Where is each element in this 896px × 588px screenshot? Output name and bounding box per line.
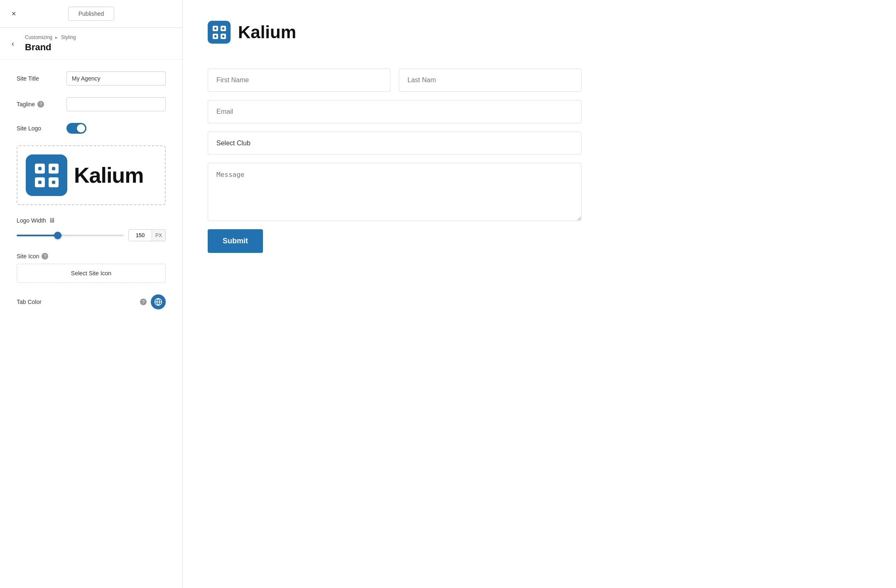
site-header-icon — [212, 25, 227, 40]
site-title-row: Site Title — [17, 71, 166, 86]
site-icon-help-icon[interactable]: ? — [42, 253, 48, 260]
breadcrumb-separator: ▸ — [55, 34, 58, 40]
logo-width-input[interactable] — [129, 230, 152, 241]
select-site-icon-button[interactable]: Select Site Icon — [17, 264, 166, 283]
toggle-slider — [66, 123, 86, 134]
site-title-label: Site Title — [17, 75, 66, 82]
last-name-input[interactable] — [399, 69, 582, 92]
slider-row: PX — [17, 229, 166, 241]
form-club-row: Select Club — [208, 132, 582, 154]
breadcrumb-child[interactable]: Styling — [61, 34, 76, 40]
panel-content: Site Title Tagline ? Site Logo — [0, 60, 182, 588]
site-title-display: Kalium — [238, 22, 296, 42]
published-button[interactable]: Published — [68, 7, 115, 21]
site-title-input[interactable] — [66, 71, 166, 86]
px-input-wrap: PX — [128, 229, 166, 241]
site-logo-row: Site Logo — [17, 123, 166, 134]
page-title: Brand — [25, 42, 166, 53]
email-input[interactable] — [208, 100, 582, 123]
logo-width-label: Logo Width 🖥 — [17, 217, 55, 224]
svg-rect-6 — [38, 181, 42, 184]
left-panel: × Published ‹ Customizing ▸ Styling Bran… — [0, 0, 183, 588]
form-email-row — [208, 100, 582, 123]
top-bar: × Published — [0, 0, 182, 28]
site-header: Kalium — [208, 21, 871, 44]
tagline-row: Tagline ? — [17, 97, 166, 111]
tab-color-row: Tab Color ? — [17, 294, 166, 309]
logo-preview-box: Kalium — [17, 145, 166, 205]
tab-color-globe-button[interactable] — [151, 294, 166, 309]
club-select[interactable]: Select Club — [208, 132, 582, 154]
svg-rect-14 — [214, 27, 216, 29]
back-button[interactable]: ‹ — [8, 38, 17, 50]
svg-rect-17 — [222, 35, 224, 37]
monitor-icon: 🖥 — [49, 217, 55, 224]
site-logo-toggle[interactable] — [66, 123, 86, 134]
site-icon-row: Site Icon ? Select Site Icon — [17, 253, 166, 283]
logo-icon-box — [26, 154, 67, 196]
breadcrumb-parent[interactable]: Customizing — [25, 34, 52, 40]
kalium-icon-svg — [33, 162, 60, 189]
tab-color-help-icon[interactable]: ? — [140, 299, 147, 305]
svg-rect-4 — [38, 167, 42, 170]
globe-icon — [154, 298, 162, 306]
first-name-input[interactable] — [208, 69, 390, 92]
logo-width-slider[interactable] — [17, 235, 123, 236]
tab-color-controls: ? — [140, 294, 166, 309]
tagline-label: Tagline ? — [17, 101, 66, 108]
kalium-logo-text: Kalium — [74, 163, 143, 188]
site-logo-label: Site Logo — [17, 125, 66, 132]
right-panel: Kalium Select Club Submit — [183, 0, 896, 588]
breadcrumb-area: ‹ Customizing ▸ Styling Brand — [0, 28, 182, 60]
logo-width-row: Logo Width 🖥 — [17, 217, 166, 224]
form-name-row — [208, 69, 582, 92]
svg-rect-7 — [52, 181, 55, 184]
form-message-row — [208, 163, 582, 221]
px-unit-label: PX — [152, 230, 165, 241]
site-icon-label: Site Icon ? — [17, 253, 166, 260]
tagline-help-icon[interactable]: ? — [37, 101, 44, 108]
breadcrumb: Customizing ▸ Styling — [25, 34, 166, 40]
tab-color-label: Tab Color — [17, 299, 140, 305]
svg-rect-16 — [214, 35, 216, 37]
close-button[interactable]: × — [8, 8, 20, 20]
form-area: Select Club Submit — [208, 69, 582, 253]
submit-button[interactable]: Submit — [208, 229, 263, 253]
svg-rect-5 — [52, 167, 55, 170]
site-icon-display — [208, 21, 231, 44]
message-textarea[interactable] — [208, 163, 582, 221]
tagline-input[interactable] — [66, 97, 166, 111]
svg-rect-15 — [222, 27, 224, 29]
